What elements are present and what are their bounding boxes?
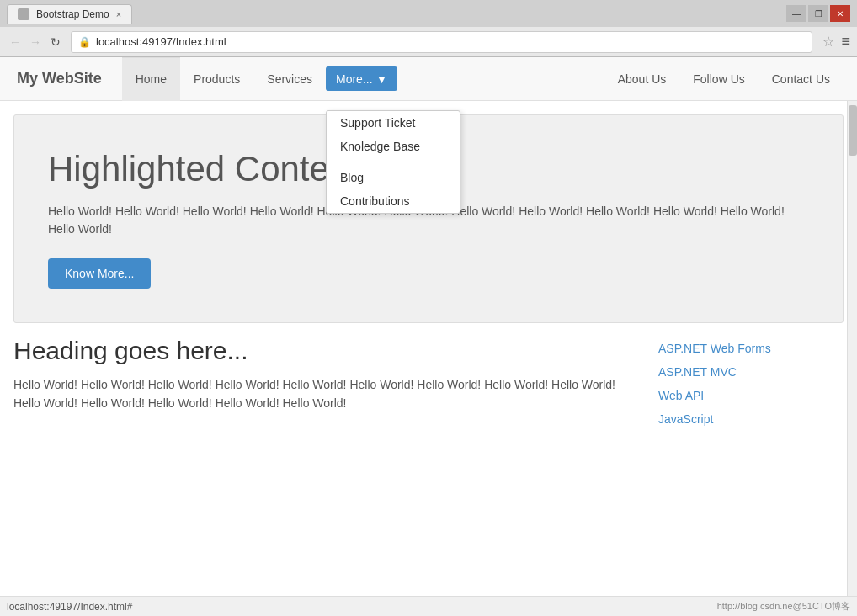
sidebar-link-javascript[interactable]: JavaScript: [658, 407, 844, 431]
dropdown-contributions[interactable]: Contributions: [327, 189, 460, 213]
main-body: Heading goes here... Hello World! Hello …: [0, 337, 857, 431]
nav-contact[interactable]: Contact Us: [759, 57, 844, 101]
address-lock-icon: 🔒: [78, 36, 91, 48]
navbar: My WebSite Home Products Services More..…: [0, 57, 857, 101]
page-content: My WebSite Home Products Services More..…: [0, 57, 857, 616]
main-left: Heading goes here... Hello World! Hello …: [13, 337, 641, 431]
minimize-button[interactable]: —: [786, 5, 806, 22]
nav-buttons: ← → ↻: [7, 34, 64, 50]
status-watermark: http://blog.csdn.ne@51CTO博客: [717, 600, 850, 613]
sidebar: ASP.NET Web Forms ASP.NET MVC Web API Ja…: [658, 337, 844, 431]
nav-home[interactable]: Home: [122, 57, 180, 101]
close-button[interactable]: ✕: [830, 5, 850, 22]
reload-button[interactable]: ↻: [47, 34, 64, 50]
navbar-brand: My WebSite: [13, 70, 105, 88]
right-nav-links: About Us Follow Us Contact Us: [604, 57, 844, 101]
nav-about[interactable]: About Us: [604, 57, 680, 101]
restore-button[interactable]: ❐: [808, 5, 828, 22]
address-bar[interactable]: 🔒 localhost:49197/Index.html: [71, 31, 812, 53]
tab-label: Bootstrap Demo: [36, 8, 109, 20]
sidebar-link-webapi[interactable]: Web API: [658, 384, 844, 407]
browser-menu-icon[interactable]: ≡: [841, 33, 850, 50]
section-text: Hello World! Hello World! Hello World! H…: [13, 375, 641, 413]
scrollbar[interactable]: [847, 101, 857, 596]
nav-follow[interactable]: Follow Us: [679, 57, 758, 101]
nav-more[interactable]: More... ▼: [326, 66, 397, 91]
sidebar-link-mvc[interactable]: ASP.NET MVC: [658, 360, 844, 384]
tab-close-button[interactable]: ×: [116, 9, 121, 19]
nav-services[interactable]: Services: [253, 57, 326, 101]
dropdown-container: More... ▼ Support Ticket Knoledge Base B…: [326, 66, 397, 91]
scrollbar-thumb[interactable]: [849, 105, 857, 156]
nav-products[interactable]: Products: [180, 57, 253, 101]
address-text: localhost:49197/Index.html: [96, 35, 805, 48]
dropdown-blog[interactable]: Blog: [327, 166, 460, 189]
forward-button[interactable]: →: [27, 34, 44, 50]
section-heading: Heading goes here...: [13, 337, 641, 365]
back-button[interactable]: ←: [7, 34, 24, 50]
window-controls: — ❐ ✕: [786, 5, 850, 22]
know-more-button[interactable]: Know More...: [48, 258, 151, 289]
nav-links: Home Products Services More... ▼ Support…: [122, 57, 398, 100]
sidebar-link-webforms[interactable]: ASP.NET Web Forms: [658, 337, 844, 360]
nav-more-caret-icon: ▼: [376, 72, 388, 86]
title-bar: Bootstrap Demo × — ❐ ✕: [0, 0, 857, 27]
status-bar: localhost:49197/Index.html# http://blog.…: [0, 596, 857, 616]
browser-tab[interactable]: Bootstrap Demo ×: [7, 4, 132, 24]
tab-favicon: [18, 8, 29, 20]
dropdown-divider: [327, 162, 460, 162]
nav-more-label: More...: [336, 72, 373, 86]
bookmark-star-icon[interactable]: ☆: [822, 34, 834, 50]
status-url: localhost:49197/Index.html#: [7, 601, 132, 613]
dropdown-menu: Support Ticket Knoledge Base Blog Contri…: [326, 110, 460, 214]
dropdown-knowledge-base[interactable]: Knoledge Base: [327, 135, 460, 158]
dropdown-support-ticket[interactable]: Support Ticket: [327, 111, 460, 135]
address-bar-row: ← → ↻ 🔒 localhost:49197/Index.html ☆ ≡: [0, 27, 857, 57]
